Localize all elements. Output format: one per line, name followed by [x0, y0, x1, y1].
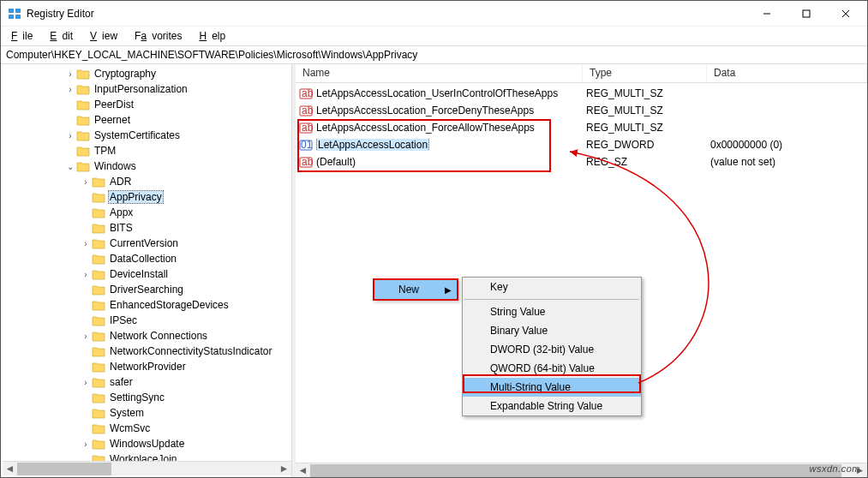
chevron-right-icon[interactable]: › — [80, 177, 92, 187]
tree-item[interactable]: ⌄Windows — [64, 158, 291, 174]
tree-pane[interactable]: ›Cryptography›InputPersonalizationPeerDi… — [1, 64, 292, 477]
watermark: wsxdn.com — [809, 463, 860, 474]
tree-item[interactable]: ›Cryptography — [64, 66, 291, 81]
menu-view[interactable]: View — [85, 28, 128, 44]
tree-item[interactable]: EnhancedStorageDevices — [80, 297, 291, 313]
tree-item[interactable]: System — [80, 405, 291, 421]
tree-item[interactable]: TPM — [64, 143, 291, 158]
tree-item[interactable]: DriverSearching — [80, 282, 291, 297]
context-item[interactable]: Expandable String Value — [463, 397, 641, 415]
svg-text:011: 011 — [301, 139, 313, 151]
tree-item[interactable]: NetworkProvider — [80, 359, 291, 374]
tree-item[interactable]: NetworkConnectivityStatusIndicator — [80, 344, 291, 359]
chevron-right-icon[interactable]: › — [80, 439, 92, 449]
chevron-right-icon[interactable]: › — [64, 131, 76, 140]
chevron-right-icon[interactable]: › — [80, 239, 92, 248]
maximize-button[interactable] — [787, 1, 826, 27]
folder-icon — [92, 361, 105, 373]
minimize-button[interactable] — [747, 1, 787, 27]
scroll-thumb[interactable] — [17, 463, 111, 475]
context-menu-new[interactable]: New▶ — [373, 278, 458, 301]
value-name: LetAppsAccessLocation_ForceAllowTheseApp… — [316, 122, 586, 134]
value-name: LetAppsAccessLocation_UserInControlOfThe… — [316, 87, 586, 99]
close-button[interactable] — [826, 1, 865, 27]
chevron-down-icon[interactable]: ⌄ — [64, 162, 76, 171]
context-submenu-new: KeyString ValueBinary ValueDWORD (32-bit… — [462, 277, 642, 416]
menu-help[interactable]: Help — [194, 28, 236, 44]
context-item[interactable]: Binary Value — [463, 321, 641, 340]
tree-item[interactable]: ›DeviceInstall — [80, 266, 291, 282]
tree-item[interactable]: Appx — [80, 205, 291, 220]
folder-icon — [76, 160, 90, 172]
chevron-right-icon[interactable]: › — [64, 85, 76, 94]
scroll-left-button[interactable]: ◄ — [296, 463, 310, 478]
value-row[interactable]: abLetAppsAccessLocation_UserInControlOfT… — [296, 85, 867, 102]
registry-editor-window: Registry Editor File Edit View Favorites… — [0, 0, 868, 478]
submenu-arrow-icon: ▶ — [445, 285, 452, 295]
list-pane[interactable]: Name Type Data abLetAppsAccessLocation_U… — [296, 64, 867, 477]
tree-item-label: CurrentVersion — [108, 237, 180, 249]
chevron-right-icon[interactable]: › — [80, 378, 92, 387]
column-name[interactable]: Name — [296, 64, 583, 82]
chevron-right-icon[interactable]: › — [80, 332, 92, 341]
column-type[interactable]: Type — [583, 64, 707, 82]
tree-item-label: System — [108, 407, 146, 419]
value-row[interactable]: abLetAppsAccessLocation_ForceDenyTheseAp… — [296, 102, 867, 119]
tree-item[interactable]: SettingSync — [80, 390, 291, 405]
menu-edit[interactable]: Edit — [45, 28, 83, 44]
tree-item[interactable]: BITS — [80, 220, 291, 236]
tree-item[interactable]: ›WindowsUpdate — [80, 436, 291, 451]
value-row[interactable]: 011LetAppsAccessLocationREG_DWORD0x00000… — [296, 136, 867, 153]
tree-item[interactable]: Peernet — [64, 112, 291, 128]
scroll-thumb[interactable] — [310, 464, 841, 477]
folder-icon — [92, 176, 105, 188]
address-bar[interactable]: Computer\HKEY_LOCAL_MACHINE\SOFTWARE\Pol… — [1, 45, 867, 64]
value-type: REG_SZ — [586, 156, 710, 168]
scroll-left-button[interactable]: ◄ — [3, 462, 17, 476]
menu-favorites[interactable]: Favorites — [129, 28, 192, 44]
context-item[interactable]: Key — [463, 278, 641, 296]
folder-icon — [92, 376, 105, 388]
context-item[interactable]: Multi-String Value — [463, 378, 641, 397]
titlebar[interactable]: Registry Editor — [1, 1, 867, 27]
scroll-right-button[interactable]: ► — [277, 462, 291, 476]
value-row[interactable]: ab(Default)REG_SZ(value not set) — [296, 153, 867, 170]
dword-icon: 011 — [299, 138, 313, 152]
tree-item[interactable]: ›ADR — [80, 174, 291, 189]
chevron-right-icon[interactable]: › — [64, 69, 76, 79]
value-name: (Default) — [316, 156, 586, 168]
tree-item-label: DriverSearching — [108, 284, 185, 296]
svg-text:ab: ab — [302, 87, 313, 99]
menubar: File Edit View Favorites Help — [1, 27, 867, 45]
value-row[interactable]: abLetAppsAccessLocation_ForceAllowTheseA… — [296, 119, 867, 136]
tree-item[interactable]: DataCollection — [80, 251, 291, 266]
context-item[interactable]: String Value — [463, 302, 641, 321]
app-icon — [8, 7, 21, 21]
tree-item[interactable]: WcmSvc — [80, 421, 291, 436]
tree-item-label: BITS — [108, 222, 135, 234]
string-icon: ab — [299, 87, 313, 100]
folder-icon — [92, 284, 105, 296]
tree-item[interactable]: ›CurrentVersion — [80, 236, 291, 251]
tree-item[interactable]: ›safer — [80, 374, 291, 390]
list-scrollbar-h[interactable]: ◄ ► — [296, 463, 867, 477]
context-item-new[interactable]: New▶ — [374, 280, 457, 299]
context-item[interactable]: DWORD (32-bit) Value — [463, 340, 641, 359]
folder-icon — [76, 83, 90, 95]
column-data[interactable]: Data — [707, 64, 867, 82]
tree-item[interactable]: ›InputPersonalization — [64, 81, 291, 97]
string-icon: ab — [299, 155, 313, 169]
folder-icon — [92, 422, 105, 434]
tree-item-label: EnhancedStorageDevices — [108, 299, 230, 311]
folder-icon — [92, 206, 105, 218]
context-item[interactable]: QWORD (64-bit) Value — [463, 359, 641, 378]
chevron-right-icon[interactable]: › — [80, 270, 92, 279]
tree-item-label: WindowsUpdate — [108, 438, 186, 450]
tree-item[interactable]: AppPrivacy — [80, 189, 291, 205]
tree-item[interactable]: ›SystemCertificates — [64, 128, 291, 143]
menu-file[interactable]: File — [6, 28, 43, 44]
tree-item[interactable]: PeerDist — [64, 97, 291, 112]
tree-scrollbar-h[interactable]: ◄ ► — [3, 461, 291, 475]
tree-item[interactable]: IPSec — [80, 313, 291, 328]
tree-item[interactable]: ›Network Connections — [80, 328, 291, 344]
